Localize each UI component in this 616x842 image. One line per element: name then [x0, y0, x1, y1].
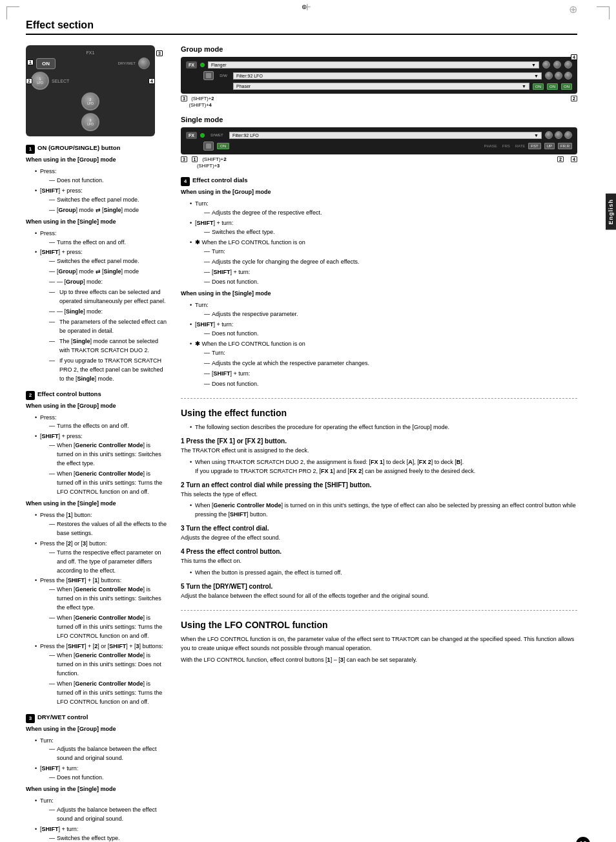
using-effect-intro: The following section describes the proc… [181, 423, 577, 432]
section1-badge: 1 [26, 145, 35, 154]
group-dot [200, 63, 205, 67]
single-annot-right: 2 4 [557, 156, 577, 162]
step-4-header: 4 Press the effect control button. [181, 548, 577, 555]
section4-title: Effect control dials [192, 176, 248, 184]
single-annot-shift3: (SHIFT)+3 [181, 163, 577, 169]
language-label: English [606, 194, 616, 230]
single-annot-left: 3 1 (SHIFT)+2 [181, 156, 227, 162]
step-1-body: The TRAKTOR effect unit is assigned to t… [181, 447, 577, 476]
group-annot-4: 4 [571, 54, 577, 60]
crosshair-top-right: ⊕ [569, 3, 577, 16]
group-dropdown-3[interactable]: Phaser▼ [233, 83, 529, 90]
group-knob-4 [545, 72, 553, 79]
section4-badge: 4 [181, 177, 190, 186]
single-on-btn[interactable]: ON [217, 143, 229, 149]
page-title: Effect section [26, 19, 577, 35]
section3-header: 3 DRY/WET control [26, 713, 168, 723]
single-fx-label: FX [186, 132, 197, 139]
single-knob-3 [564, 131, 572, 139]
single-mode-section: Single mode FX D/WET Filter:92 LFO▼ [181, 116, 577, 169]
section3-body: When using in the [Group] mode Turn: Adj… [26, 725, 168, 842]
group-knob-5 [555, 72, 562, 79]
group-annot-shift4: (SHIFT)+4 [181, 102, 577, 108]
single-icon [203, 142, 214, 151]
group-on-btn-2[interactable]: ON [547, 83, 558, 90]
section2-header: 2 Effect control buttons [26, 390, 168, 400]
using-lfo-section: Using the LFO CONTROL function When the … [181, 620, 577, 665]
step-3: 3 Turn the effect control dial. Adjusts … [181, 525, 577, 543]
step-2-body: This selects the type of effect. When [G… [181, 490, 577, 520]
corner-mark-tr [597, 6, 610, 19]
single-frr-btn[interactable]: FR.R [558, 143, 572, 149]
single-dropdown[interactable]: Filter:92 LFO▼ [229, 132, 542, 139]
group-annot-left: 3 (SHIFT)+2 [181, 96, 214, 101]
single-knob-1 [545, 131, 553, 139]
group-on-btn-3[interactable]: ON [561, 83, 572, 90]
using-effect-section: Using the effect function The following … [181, 408, 577, 601]
using-lfo-title: Using the LFO CONTROL function [181, 620, 577, 630]
step-3-header: 3 Turn the effect control dial. [181, 525, 577, 532]
group-knob-1 [542, 61, 550, 68]
section3-title: DRY/WET control [37, 713, 88, 721]
page-footer: En 19 [565, 837, 590, 842]
single-param-labels: PHASE FRS RATE [484, 144, 525, 148]
divider-2 [181, 610, 577, 611]
crosshair-top: ⊕ [302, 3, 314, 16]
step-4-body: This turns the effect on. When the butto… [181, 557, 577, 578]
section4-body: When using in the [Group] mode Turn: Adj… [181, 188, 577, 389]
step-4: 4 Press the effect control button. This … [181, 548, 577, 578]
group-dropdown-2[interactable]: Filter:92 LFO▼ [233, 72, 542, 79]
section2-badge: 2 [26, 391, 35, 400]
group-dropdown-1[interactable]: Flanger▼ [208, 61, 539, 68]
section3-badge: 3 [26, 714, 35, 723]
section4-header: 4 Effect control dials [181, 176, 577, 186]
single-dot [200, 133, 205, 138]
step-3-body: Adjusts the degree of the effect sound. [181, 534, 577, 543]
section2-title: Effect control buttons [37, 390, 101, 397]
using-effect-title: Using the effect function [181, 408, 577, 418]
group-on-btn-1[interactable]: ON [533, 83, 544, 90]
step-1: 1 Press the [FX 1] or [FX 2] button. The… [181, 437, 577, 476]
divider-1 [181, 398, 577, 399]
group-knob-6 [564, 72, 572, 79]
single-knob-2 [555, 131, 562, 139]
group-mode-section: Group mode 4 FX Flanger▼ [181, 45, 577, 108]
single-dw-label: D/WET [208, 133, 226, 137]
step-2-header: 2 Turn an effect control dial while pres… [181, 481, 577, 489]
using-lfo-body: When the LFO CONTROL function is on, the… [181, 635, 577, 665]
single-fst-btn[interactable]: FST [528, 143, 540, 149]
step-5-header: 5 Turn the [DRY/WET] control. [181, 583, 577, 590]
single-up-btn[interactable]: UP [544, 143, 555, 149]
section1-title: ON (GROUP/SINGLE) button [37, 144, 120, 151]
section2-body: When using in the [Group] mode Press: Tu… [26, 402, 168, 707]
section1-body: When using in the [Group] mode Press: Do… [26, 156, 168, 384]
page-number: 19 [576, 837, 590, 842]
step-2: 2 Turn an effect control dial while pres… [181, 481, 577, 520]
step-5: 5 Turn the [DRY/WET] control. Adjust the… [181, 583, 577, 601]
corner-mark-tl [6, 6, 19, 19]
group-icon [203, 71, 214, 80]
group-annot-right: 2 [571, 96, 577, 101]
step-1-header: 1 Press the [FX 1] or [FX 2] button. [181, 437, 577, 445]
section1-header: 1 ON (GROUP/SINGLE) button [26, 144, 168, 154]
group-knob-2 [553, 61, 561, 68]
group-knob-3 [564, 61, 572, 68]
group-fx-label: FX [186, 61, 197, 68]
group-mode-title: Group mode [181, 45, 577, 53]
single-mode-title: Single mode [181, 116, 577, 123]
step-5-body: Adjust the balance between the effect so… [181, 592, 577, 601]
